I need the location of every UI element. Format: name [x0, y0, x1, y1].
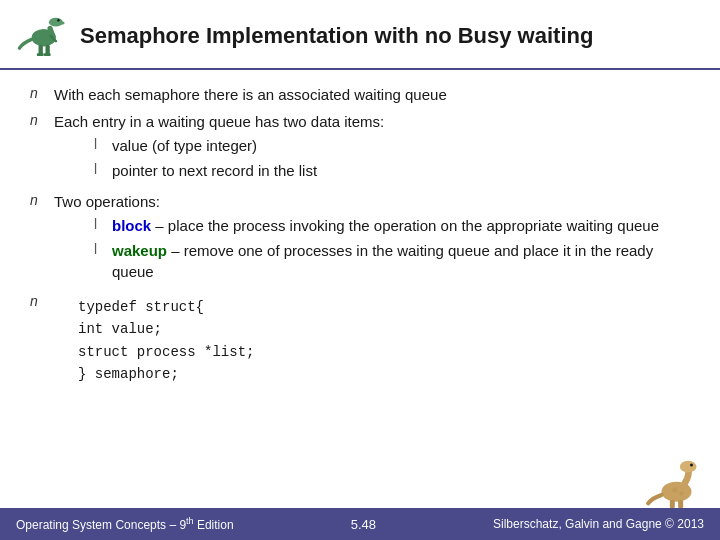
- sub-bullet-3-1: l block – place the process invoking the…: [94, 215, 690, 236]
- sub-bullets-2: l value (of type integer) l pointer to n…: [94, 135, 690, 181]
- code-line-3: struct process *list;: [78, 341, 254, 363]
- svg-rect-8: [44, 53, 51, 56]
- sub-text-3-1: block – place the process invoking the o…: [112, 215, 659, 236]
- sub-bullets-3: l block – place the process invoking the…: [94, 215, 690, 282]
- wakeup-desc: – remove one of processes in the waiting…: [112, 242, 653, 280]
- sub-bullet-3-2: l wakeup – remove one of processes in th…: [94, 240, 690, 282]
- svg-point-15: [679, 491, 683, 495]
- sub-marker-3-2: l: [94, 240, 112, 257]
- svg-point-3: [57, 19, 60, 22]
- slide-container: Semaphore Implementation with no Busy wa…: [0, 0, 720, 540]
- bullet-3: n Two operations: l block – place the pr…: [30, 191, 690, 286]
- block-keyword: block: [112, 217, 151, 234]
- code-line-1: typedef struct{: [78, 296, 254, 318]
- bullet-marker-4: n: [30, 292, 54, 309]
- code-line-4: } semaphore;: [78, 363, 254, 385]
- bullet-marker-1: n: [30, 84, 54, 101]
- sub-text-3-2: wakeup – remove one of processes in the …: [112, 240, 690, 282]
- code-block: typedef struct{ int value; struct proces…: [78, 296, 254, 386]
- sub-marker-2-2: l: [94, 160, 112, 177]
- footer-edition: Operating System Concepts – 9th Edition: [16, 516, 234, 532]
- footer-dino-icon: [644, 460, 704, 510]
- sub-bullet-2-2: l pointer to next record in the list: [94, 160, 690, 181]
- footer-page: 5.48: [351, 517, 376, 532]
- bullet-1: n With each semaphore there is an associ…: [30, 84, 690, 105]
- footer-copyright: Silberschatz, Galvin and Gagne © 2013: [493, 517, 704, 531]
- slide-content: n With each semaphore there is an associ…: [0, 78, 720, 396]
- svg-rect-7: [37, 53, 44, 56]
- wakeup-keyword: wakeup: [112, 242, 167, 259]
- slide-title: Semaphore Implementation with no Busy wa…: [80, 23, 593, 49]
- svg-point-14: [672, 488, 677, 493]
- svg-point-10: [680, 461, 697, 473]
- header-dino-icon: [16, 10, 68, 62]
- sub-text-2-2: pointer to next record in the list: [112, 160, 317, 181]
- sub-text-2-1: value (of type integer): [112, 135, 257, 156]
- slide-header: Semaphore Implementation with no Busy wa…: [0, 0, 720, 70]
- block-desc: – place the process invoking the operati…: [155, 217, 659, 234]
- bullet-text-2: Each entry in a waiting queue has two da…: [54, 113, 384, 130]
- sub-marker-3-1: l: [94, 215, 112, 232]
- bullet-marker-3: n: [30, 191, 54, 208]
- bullet-text-1: With each semaphore there is an associat…: [54, 84, 690, 105]
- code-line-2: int value;: [78, 318, 254, 340]
- slide-footer: Operating System Concepts – 9th Edition …: [0, 508, 720, 540]
- bullet-4: n typedef struct{ int value; struct proc…: [30, 292, 690, 386]
- sub-bullet-2-1: l value (of type integer): [94, 135, 690, 156]
- bullet-marker-2: n: [30, 111, 54, 128]
- svg-point-4: [58, 21, 65, 24]
- bullet-text-3: Two operations:: [54, 193, 160, 210]
- sub-marker-2-1: l: [94, 135, 112, 152]
- bullet-2: n Each entry in a waiting queue has two …: [30, 111, 690, 185]
- svg-point-11: [690, 464, 693, 467]
